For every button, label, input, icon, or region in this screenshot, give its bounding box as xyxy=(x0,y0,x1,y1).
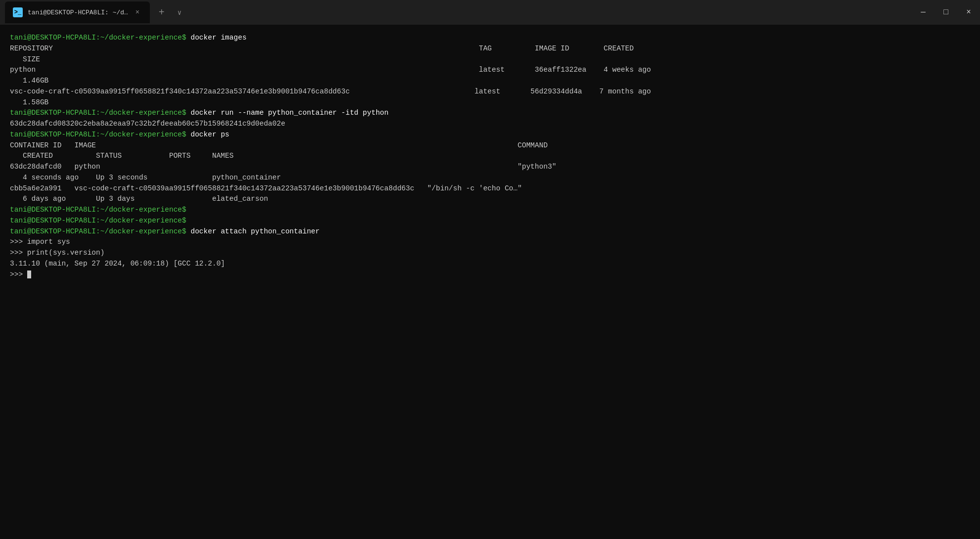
minimize-button[interactable]: — xyxy=(912,0,935,25)
new-tab-button[interactable]: + xyxy=(154,7,170,18)
window-controls: — □ × xyxy=(912,0,980,25)
repl-line-2: >>> print(sys.version) xyxy=(10,248,970,259)
terminal-content[interactable]: tani@DESKTOP-HCPA8LI:~/docker-experience… xyxy=(0,25,980,539)
repl-prompt: >>> xyxy=(10,270,970,280)
close-window-button[interactable]: × xyxy=(957,0,980,25)
command-line-5: tani@DESKTOP-HCPA8LI:~/docker-experience… xyxy=(10,216,970,226)
command-line-6: tani@DESKTOP-HCPA8LI:~/docker-experience… xyxy=(10,226,970,237)
command-line-2: tani@DESKTOP-HCPA8LI:~/docker-experience… xyxy=(10,108,970,119)
ps-header: CONTAINER ID IMAGE COMMAND CREATED STATU… xyxy=(10,140,970,162)
tab-dropdown-button[interactable]: ∨ xyxy=(174,8,185,17)
container-row-2: cbb5a6e2a991 vsc-code-craft-c05039aa9915… xyxy=(10,183,970,205)
command-line-4: tani@DESKTOP-HCPA8LI:~/docker-experience… xyxy=(10,205,970,216)
repl-line-1: >>> import sys xyxy=(10,237,970,248)
titlebar: >_ tani@DESKTOP-HCPA8LI: ~/d… × + ∨ — □ … xyxy=(0,0,980,25)
image-row-python: python latest 36eaff1322ea 4 weeks ago 1… xyxy=(10,65,970,87)
command-line-3: tani@DESKTOP-HCPA8LI:~/docker-experience… xyxy=(10,130,970,140)
terminal-icon: >_ xyxy=(13,7,23,17)
repl-output: 3.11.10 (main, Sep 27 2024, 06:09:18) [G… xyxy=(10,259,970,270)
command-line-1: tani@DESKTOP-HCPA8LI:~/docker-experience… xyxy=(10,33,970,44)
container-hash: 63dc28dafcd08320c2eba8a2eaa97c32b2fdeeab… xyxy=(10,119,970,130)
tab-title: tani@DESKTOP-HCPA8LI: ~/d… xyxy=(28,9,128,16)
terminal-window: >_ tani@DESKTOP-HCPA8LI: ~/d… × + ∨ — □ … xyxy=(0,0,980,539)
image-row-vsc: vsc-code-craft-c05039aa9915ff0658821f340… xyxy=(10,87,970,108)
cursor xyxy=(27,270,31,278)
titlebar-left: >_ tani@DESKTOP-HCPA8LI: ~/d… × + ∨ xyxy=(5,1,185,23)
maximize-button[interactable]: □ xyxy=(935,0,957,25)
close-tab-button[interactable]: × xyxy=(133,8,142,17)
images-header: REPOSITORY TAG IMAGE ID CREATED SIZE xyxy=(10,44,970,65)
container-row-1: 63dc28dafcd0 python "python3" 4 seconds … xyxy=(10,162,970,183)
active-tab[interactable]: >_ tani@DESKTOP-HCPA8LI: ~/d… × xyxy=(5,1,150,23)
